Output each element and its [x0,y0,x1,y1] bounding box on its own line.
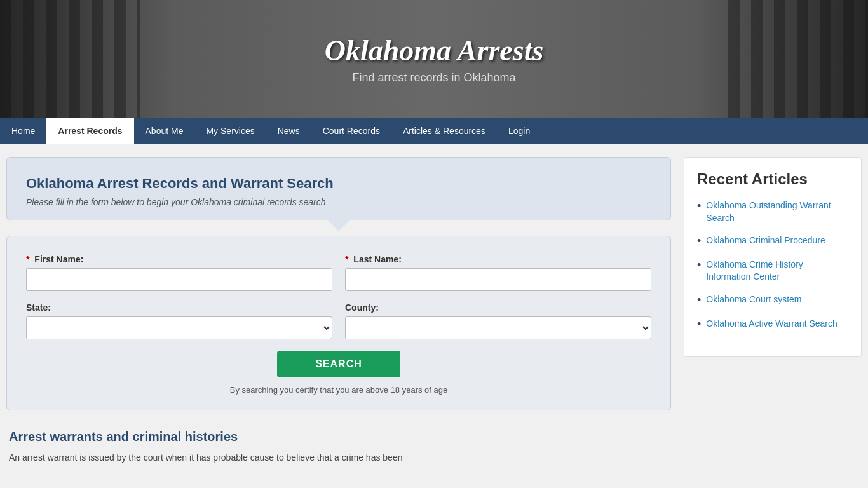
required-star-lastname: * [345,254,348,264]
sidebar: Recent Articles Oklahoma Outstanding War… [684,157,862,464]
main-nav: Home Arrest Records About Me My Services… [0,118,868,144]
list-item: Oklahoma Crime History Information Cente… [697,259,848,283]
form-group-firstname: * First Name: [26,254,332,291]
required-star-firstname: * [26,254,29,264]
bottom-section: Arrest warrants and criminal histories A… [6,430,671,464]
search-intro-card: Oklahoma Arrest Records and Warrant Sear… [6,157,671,220]
bottom-heading: Arrest warrants and criminal histories [9,430,668,444]
list-item: Oklahoma Court system [697,294,848,308]
search-card-subtitle: Please fill in the form below to begin y… [26,197,651,207]
form-row-location: State: Oklahoma Texas Kansas County: [26,302,651,339]
list-item: Oklahoma Outstanding Warrant Search [697,200,848,224]
article-link-2[interactable]: Oklahoma Criminal Procedure [706,234,825,247]
header-content: Oklahoma Arrests Find arrest records in … [325,34,544,85]
state-label: State: [26,302,332,313]
list-item: Oklahoma Criminal Procedure [697,234,848,248]
search-btn-wrapper: SEARCH [26,351,651,377]
nav-my-services[interactable]: My Services [194,118,266,144]
search-card-title: Oklahoma Arrest Records and Warrant Sear… [26,175,651,192]
article-link-1[interactable]: Oklahoma Outstanding Warrant Search [706,200,848,224]
article-list: Oklahoma Outstanding Warrant Search Okla… [697,200,848,331]
nav-arrest-records[interactable]: Arrest Records [46,118,133,144]
site-subtitle: Find arrest records in Oklahoma [325,71,544,85]
first-name-label: * First Name: [26,254,332,264]
main-wrapper: Oklahoma Arrest Records and Warrant Sear… [0,144,868,477]
first-name-input[interactable] [26,268,332,291]
bottom-text: An arrest warrant is issued by the court… [9,451,668,464]
nav-articles-resources[interactable]: Articles & Resources [391,118,497,144]
search-button[interactable]: SEARCH [277,351,400,377]
recent-articles-title: Recent Articles [697,170,848,188]
state-select[interactable]: Oklahoma Texas Kansas [26,316,332,339]
nav-login[interactable]: Login [497,118,541,144]
certify-text: By searching you certify that you are ab… [26,385,651,395]
nav-court-records[interactable]: Court Records [311,118,391,144]
nav-about-me[interactable]: About Me [134,118,195,144]
form-group-county: County: [345,302,651,339]
nav-news[interactable]: News [266,118,311,144]
form-row-name: * First Name: * Last Name: [26,254,651,291]
article-link-3[interactable]: Oklahoma Crime History Information Cente… [706,259,848,283]
site-header: Oklahoma Arrests Find arrest records in … [0,0,868,118]
form-group-state: State: Oklahoma Texas Kansas [26,302,332,339]
site-title: Oklahoma Arrests [325,34,544,67]
county-label: County: [345,302,651,313]
county-select[interactable] [345,316,651,339]
last-name-input[interactable] [345,268,651,291]
last-name-label: * Last Name: [345,254,651,264]
content-area: Oklahoma Arrest Records and Warrant Sear… [6,157,671,464]
nav-home[interactable]: Home [0,118,46,144]
search-form-card: * First Name: * Last Name: State: [6,236,671,410]
recent-articles-box: Recent Articles Oklahoma Outstanding War… [684,157,862,357]
article-link-4[interactable]: Oklahoma Court system [706,294,801,306]
list-item: Oklahoma Active Warrant Search [697,318,848,332]
article-link-5[interactable]: Oklahoma Active Warrant Search [706,318,837,330]
form-group-lastname: * Last Name: [345,254,651,291]
